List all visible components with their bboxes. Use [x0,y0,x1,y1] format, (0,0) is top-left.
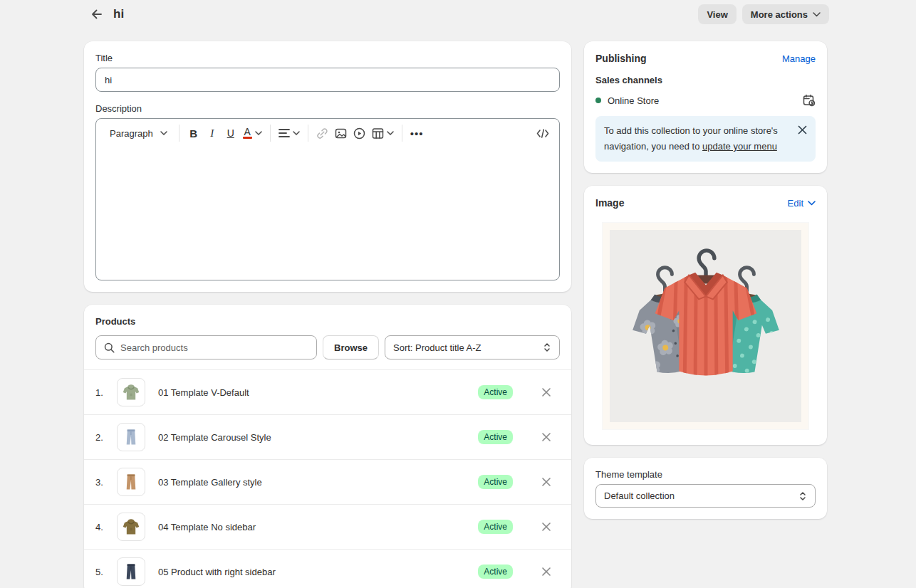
remove-product-button[interactable] [541,387,551,397]
chevron-down-icon [808,201,816,206]
theme-template-select[interactable]: Default collection [595,484,816,508]
product-status-badge: Active [478,520,513,534]
product-status-badge: Active [478,475,513,489]
search-placeholder: Search products [120,342,188,353]
align-left-icon [279,128,290,138]
product-status-badge: Active [478,565,513,579]
banner-close-button[interactable] [798,123,807,154]
text-color-glyph: A [243,127,252,139]
product-row: 2. 02 Template Carousel Style Active [84,415,571,460]
chevron-down-icon [387,131,394,135]
schedule-calendar-icon[interactable] [803,94,816,107]
product-row: 5. 05 Product with right sidebar Active [84,550,571,588]
title-card: Title Description Paragraph B I [84,41,571,292]
close-icon [541,387,551,397]
toolbar-divider [179,125,179,142]
publishing-card: Publishing Manage Sales channels Online … [584,41,827,173]
text-color-button[interactable]: A [240,123,265,143]
header-actions: View More actions [698,4,829,24]
image-heading: Image [595,197,624,209]
chevron-down-icon [293,131,300,135]
view-button[interactable]: View [698,4,736,24]
products-controls: Search products Browse Sort: Product tit… [84,335,571,359]
toolbar-divider [270,125,271,142]
paragraph-style-dropdown[interactable]: Paragraph [103,123,174,143]
publishing-heading: Publishing [595,53,647,64]
italic-button[interactable]: I [203,123,222,143]
close-icon [541,432,551,442]
channel-row: Online Store [595,94,816,107]
shirts-illustration [621,241,791,411]
product-title[interactable]: 04 Template No sidebar [158,522,478,532]
show-html-button[interactable] [534,123,552,143]
insert-video-button[interactable] [350,123,369,143]
product-thumbnail [117,557,145,586]
sort-dropdown[interactable]: Sort: Product title A-Z [385,335,560,359]
theme-template-card: Theme template Default collection [584,458,827,519]
side-column: Publishing Manage Sales channels Online … [584,41,827,519]
bold-button[interactable]: B [184,123,203,143]
page-header: hi View More actions [0,0,916,28]
chevron-down-icon [255,131,262,135]
image-card: Image Edit [584,186,827,445]
editor-toolbar: Paragraph B I U A [96,119,559,147]
more-actions-button[interactable]: More actions [742,4,829,24]
product-title[interactable]: 03 Template Gallery style [158,477,478,488]
product-title[interactable]: 05 Product with right sidebar [158,567,478,577]
chevron-down-icon [160,131,167,135]
theme-template-value: Default collection [604,490,675,501]
view-button-label: View [707,9,727,20]
manage-link[interactable]: Manage [782,53,816,64]
product-index: 1. [95,387,117,398]
product-index: 3. [95,477,117,488]
code-icon [536,129,549,138]
content-area: Title Description Paragraph B I [0,28,916,588]
back-button[interactable] [87,4,107,24]
channel-name: Online Store [608,95,796,106]
update-menu-link[interactable]: update your menu [702,141,777,152]
description-textarea[interactable] [96,147,559,280]
products-heading: Products [84,316,571,327]
theme-template-label: Theme template [595,469,816,480]
chevron-down-icon [813,12,821,17]
info-banner: To add this collection to your online st… [595,116,816,162]
product-title[interactable]: 02 Template Carousel Style [158,432,478,443]
page-title: hi [113,7,124,21]
underline-button[interactable]: U [222,123,240,143]
product-status-badge: Active [478,385,513,399]
toolbar-divider [308,125,308,142]
main-column: Title Description Paragraph B I [84,41,571,588]
browse-button[interactable]: Browse [323,335,379,359]
insert-image-button[interactable] [332,123,350,143]
insert-table-button[interactable] [369,123,397,143]
channel-status-dot [595,98,601,103]
product-index: 2. [95,432,117,443]
title-input[interactable] [95,68,560,92]
video-play-icon [353,127,365,140]
banner-text: To add this collection to your online st… [604,123,792,154]
search-products-input[interactable]: Search products [95,335,317,359]
product-title[interactable]: 01 Template V-Default [158,387,478,398]
edit-image-dropdown[interactable]: Edit [788,198,816,209]
sort-dropdown-label: Sort: Product title A-Z [393,342,482,353]
search-icon [104,342,115,353]
close-icon [798,125,807,135]
table-icon [372,127,384,140]
paragraph-label: Paragraph [110,128,153,139]
remove-product-button[interactable] [541,432,551,442]
product-row: 3. 03 Template Gallery style Active [84,460,571,505]
collection-image[interactable] [603,223,808,429]
remove-product-button[interactable] [541,567,551,577]
product-row: 1. 01 Template V-Default Active [84,370,571,415]
product-thumbnail [117,513,145,541]
more-formatting-button[interactable]: ••• [407,123,427,143]
title-label: Title [95,53,560,63]
remove-product-button[interactable] [541,477,551,487]
remove-product-button[interactable] [541,522,551,532]
alignment-button[interactable] [276,123,303,143]
close-icon [541,522,551,532]
updown-caret-icon [543,342,551,352]
toolbar-divider [402,125,402,142]
sales-channels-label: Sales channels [595,75,816,85]
link-button[interactable] [313,123,332,143]
